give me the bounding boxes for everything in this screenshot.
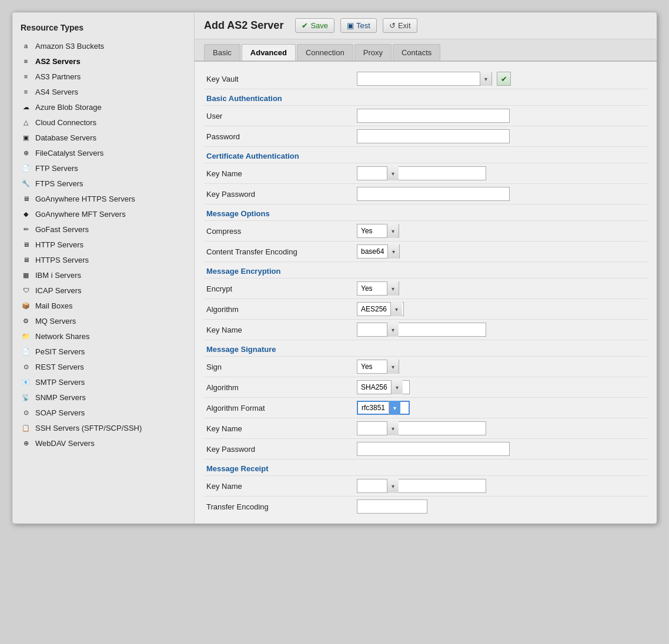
sign-algorithm-select[interactable]: SHA256 ▾: [357, 380, 410, 394]
encrypt-arrow[interactable]: ▾: [387, 281, 399, 296]
content-transfer-select[interactable]: base64 ▾: [357, 244, 400, 259]
encrypt-label: Encrypt: [204, 284, 357, 293]
compress-row: Compress Yes ▾: [204, 221, 647, 242]
cert-key-password-input[interactable]: [357, 187, 510, 201]
user-row: User: [204, 106, 647, 126]
sidebar-item-snmp-servers[interactable]: 📡 SNMP Servers: [12, 390, 194, 405]
cert-key-name-select[interactable]: ▾: [357, 166, 486, 180]
sidebar-item-label: SMTP Servers: [35, 378, 85, 387]
encrypt-algorithm-arrow[interactable]: ▾: [390, 302, 402, 316]
key-vault-dropdown[interactable]: ▾: [357, 72, 492, 86]
key-vault-checkbox[interactable]: ✔: [497, 72, 511, 86]
receipt-key-name-control: ▾: [357, 479, 647, 493]
tab-contacts[interactable]: Contacts: [393, 44, 440, 61]
sidebar-item-goanywhere-https[interactable]: 🖥 GoAnywhere HTTPS Servers: [12, 191, 194, 206]
sidebar-item-amazon-s3[interactable]: a Amazon S3 Buckets: [12, 38, 194, 53]
encrypt-algorithm-value: AES256: [357, 302, 390, 316]
sidebar-item-filecatalyst[interactable]: ⊕ FileCatalyst Servers: [12, 145, 194, 160]
cert-key-name-arrow[interactable]: ▾: [387, 166, 399, 180]
content-area: Add AS2 Server ✔ Save ▣ Test ↺ Exit Basi…: [195, 12, 657, 524]
encrypt-algorithm-row: Algorithm AES256 ▾: [204, 299, 647, 320]
encrypt-key-name-row: Key Name ▾: [204, 320, 647, 340]
encrypt-key-name-arrow[interactable]: ▾: [387, 323, 399, 337]
exit-button[interactable]: ↺ Exit: [383, 18, 417, 33]
sidebar-item-label: Database Servers: [35, 133, 96, 142]
save-check-icon: ✔: [302, 21, 308, 30]
receipt-key-name-arrow[interactable]: ▾: [387, 479, 399, 493]
sidebar-item-ibm-i-servers[interactable]: ▦ IBM i Servers: [12, 267, 194, 283]
sidebar-item-gofast-servers[interactable]: ✏ GoFast Servers: [12, 222, 194, 237]
sidebar-item-soap-servers[interactable]: ⊙ SOAP Servers: [12, 405, 194, 420]
test-button[interactable]: ▣ Test: [340, 18, 377, 33]
sidebar-item-smtp-servers[interactable]: 📧 SMTP Servers: [12, 374, 194, 390]
sidebar-item-goanywhere-mft[interactable]: ◆ GoAnywhere MFT Servers: [12, 206, 194, 222]
ibm-i-servers-icon: ▦: [21, 270, 31, 280]
sidebar-item-cloud-connectors[interactable]: △ Cloud Connectors: [12, 115, 194, 130]
receipt-key-name-select[interactable]: ▾: [357, 479, 486, 493]
receipt-key-name-label: Key Name: [204, 482, 357, 491]
encrypt-algorithm-select[interactable]: AES256 ▾: [357, 302, 404, 316]
amazon-s3-icon: a: [21, 41, 31, 51]
content-transfer-label: Content Transfer Encoding: [204, 247, 357, 256]
sidebar-item-azure-blob[interactable]: ☁ Azure Blob Storage: [12, 99, 194, 115]
tab-connection[interactable]: Connection: [297, 44, 353, 61]
encrypt-key-name-select[interactable]: ▾: [357, 323, 486, 337]
sign-algorithm-arrow[interactable]: ▾: [391, 380, 403, 394]
algorithm-format-arrow[interactable]: ▾: [389, 401, 400, 415]
sign-arrow[interactable]: ▾: [387, 360, 399, 374]
user-input[interactable]: [357, 109, 510, 123]
cert-key-name-row: Key Name ▾: [204, 163, 647, 184]
password-input[interactable]: [357, 129, 510, 143]
sidebar-item-pesit-servers[interactable]: 📄 PeSIT Servers: [12, 344, 194, 359]
sidebar-item-rest-servers[interactable]: ⊙ REST Servers: [12, 359, 194, 374]
sidebar-item-label: Azure Blob Storage: [35, 103, 102, 112]
sign-control: Yes ▾: [357, 360, 647, 374]
compress-value: Yes: [357, 224, 387, 238]
algorithm-format-control: rfc3851 ▾: [357, 401, 647, 415]
sign-key-name-select[interactable]: ▾: [357, 421, 486, 435]
sidebar-item-label: WebDAV Servers: [35, 439, 95, 448]
sign-select[interactable]: Yes ▾: [357, 360, 399, 374]
sidebar-item-ftps-servers[interactable]: 🔧 FTPS Servers: [12, 176, 194, 191]
sidebar-item-label: AS2 Servers: [35, 57, 81, 66]
sign-key-password-input[interactable]: [357, 442, 510, 456]
sidebar-item-network-shares[interactable]: 📁 Network Shares: [12, 328, 194, 344]
algorithm-format-select[interactable]: rfc3851 ▾: [357, 401, 410, 415]
tab-advanced[interactable]: Advanced: [242, 44, 296, 61]
tab-basic[interactable]: Basic: [204, 44, 240, 61]
content-header: Add AS2 Server ✔ Save ▣ Test ↺ Exit: [195, 12, 657, 39]
sidebar-item-icap-servers[interactable]: 🛡 ICAP Servers: [12, 283, 194, 298]
save-button[interactable]: ✔ Save: [295, 18, 334, 33]
tab-proxy[interactable]: Proxy: [354, 44, 392, 61]
sidebar-item-as4-servers[interactable]: ≡ AS4 Servers: [12, 84, 194, 99]
sidebar-item-ftp-servers[interactable]: 📄 FTP Servers: [12, 160, 194, 176]
algorithm-format-row: Algorithm Format rfc3851 ▾: [204, 398, 647, 418]
sidebar-item-label: AS4 Servers: [35, 88, 78, 96]
key-vault-control: ▾ ✔: [357, 72, 647, 86]
sign-key-name-arrow[interactable]: ▾: [387, 421, 399, 435]
sidebar-item-label: Mail Boxes: [35, 301, 73, 310]
sidebar-item-ssh-servers[interactable]: 📋 SSH Servers (SFTP/SCP/SSH): [12, 420, 194, 435]
encrypt-key-name-label: Key Name: [204, 326, 357, 334]
sidebar-item-label: HTTP Servers: [35, 240, 83, 249]
compress-select[interactable]: Yes ▾: [357, 224, 399, 238]
sidebar-item-database-servers[interactable]: ▣ Database Servers: [12, 130, 194, 145]
sidebar-item-mail-boxes[interactable]: 📦 Mail Boxes: [12, 298, 194, 313]
sidebar-item-webdav-servers[interactable]: ⊕ WebDAV Servers: [12, 435, 194, 451]
sidebar-item-mq-servers[interactable]: ⚙ MQ Servers: [12, 313, 194, 328]
sidebar-item-label: PeSIT Servers: [35, 347, 85, 356]
sidebar-item-https-servers[interactable]: 🖥 HTTPS Servers: [12, 252, 194, 267]
compress-arrow[interactable]: ▾: [387, 224, 399, 238]
sidebar-item-label: SNMP Servers: [35, 393, 86, 402]
sidebar-item-as2-servers[interactable]: ≡ AS2 Servers: [12, 53, 194, 69]
key-vault-label: Key Vault: [204, 75, 357, 83]
transfer-encoding-input[interactable]: [357, 499, 427, 514]
filecatalyst-icon: ⊕: [21, 147, 31, 158]
sidebar-item-as3-partners[interactable]: ≡ AS3 Partners: [12, 69, 194, 84]
transfer-encoding-row: Transfer Encoding: [204, 497, 647, 516]
key-vault-dropdown-arrow[interactable]: ▾: [480, 72, 491, 86]
sidebar-item-http-servers[interactable]: 🖥 HTTP Servers: [12, 237, 194, 252]
encrypt-select[interactable]: Yes ▾: [357, 281, 399, 296]
as3-partners-icon: ≡: [21, 71, 31, 82]
content-transfer-arrow[interactable]: ▾: [387, 244, 399, 259]
